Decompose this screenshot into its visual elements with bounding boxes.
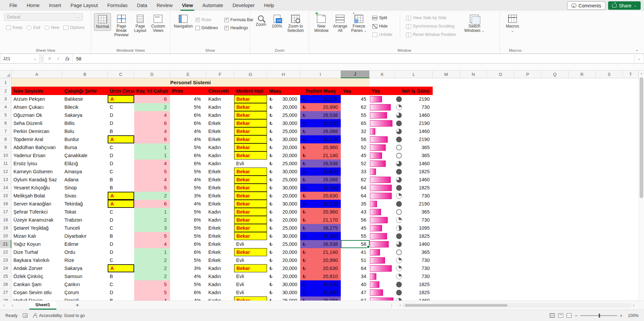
header-cell-E2[interactable]: Prim (170, 87, 206, 95)
cell-K19[interactable] (370, 224, 395, 232)
cell-K10[interactable] (370, 151, 395, 159)
ribbon-tab-file[interactable]: File (5, 0, 22, 11)
horizontal-scrollbar-thumb[interactable] (405, 304, 507, 307)
ribbon-tab-formulas[interactable]: Formulas (103, 0, 132, 11)
cell-F3[interactable]: Kadın (206, 95, 234, 103)
cell-K28[interactable] (370, 296, 395, 301)
keep-button[interactable]: Keep (4, 24, 24, 31)
synchronous-scrolling-button[interactable]: Synchronous Scrolling (404, 23, 458, 30)
zoom-in-button[interactable]: + (620, 313, 623, 318)
cell-E10[interactable]: 6% (170, 151, 206, 159)
cell-B11[interactable]: Elâzığ (62, 159, 108, 168)
column-header-S[interactable]: S (596, 71, 623, 78)
cell-G28[interactable]: Bekar (234, 296, 267, 301)
cell-E13[interactable]: 4% (170, 176, 206, 184)
row-header-26[interactable]: 26 (0, 280, 11, 288)
cell-B3[interactable]: Balıkesir (62, 95, 108, 103)
page-break-preview-button[interactable]: Page Break Preview (111, 13, 131, 39)
cell-B18[interactable]: Trabzon (62, 216, 108, 224)
cell-C23[interactable]: C (108, 256, 134, 264)
cell-L9[interactable]: 365 (395, 143, 433, 151)
collapse-ribbon-chevron[interactable]: ⌄ (635, 47, 639, 52)
cell-G5[interactable]: Bekar (234, 111, 267, 119)
header-cell-J2[interactable]: Yaş (341, 87, 370, 95)
cell-I28[interactable]: ₺26,088 (300, 296, 341, 301)
cell-I11[interactable]: ₺26,538 (300, 159, 341, 168)
cell-D25[interactable]: 2 (134, 272, 170, 280)
cell-A8[interactable]: Topdemir Aral (11, 135, 62, 143)
cell-C7[interactable]: B (108, 127, 134, 135)
cell-G3[interactable]: Bekar (234, 95, 267, 103)
cell-E21[interactable]: 6% (170, 240, 206, 248)
cell-A26[interactable]: Cankan Şam (11, 280, 62, 288)
hide-button[interactable]: Hide (370, 23, 394, 30)
title-cell[interactable]: Personel Sistemi (11, 78, 370, 87)
cell-J20[interactable]: 55 (341, 232, 370, 240)
cell-A3[interactable]: Arzum Pekşen (11, 95, 62, 103)
column-header-T[interactable]: T (623, 71, 639, 78)
cell-C3[interactable]: A (108, 95, 134, 103)
cell-G26[interactable]: Evli (234, 280, 267, 288)
cell-L25[interactable]: 730 (395, 272, 433, 280)
cell-A19[interactable]: Şetaret Yeşildağ (11, 224, 62, 232)
cell-J3[interactable]: 45 (341, 95, 370, 103)
row-header-28[interactable]: 28 (0, 296, 11, 301)
row-header-12[interactable]: 12 (0, 168, 11, 176)
cell-D15[interactable]: 2 (134, 192, 170, 200)
cell-B5[interactable]: Sakarya (62, 111, 108, 119)
cell-D4[interactable]: 2 (134, 103, 170, 111)
column-header-I[interactable]: I (300, 71, 341, 78)
cell-E9[interactable]: 5% (170, 143, 206, 151)
cell-A27[interactable]: Coşan Sevim otlu (11, 288, 62, 296)
ribbon-tab-review[interactable]: Review (152, 0, 177, 11)
cell-J16[interactable]: 35 (341, 200, 370, 208)
cell-J22[interactable]: 41 (341, 248, 370, 256)
cell-E6[interactable]: 6% (170, 119, 206, 127)
cell-C22[interactable]: D (108, 248, 134, 256)
cell-H5[interactable]: ₺25,000 (267, 111, 300, 119)
row-header-15[interactable]: 15 (0, 192, 11, 200)
column-header-D[interactable]: D (134, 71, 170, 78)
cell-K22[interactable] (370, 248, 395, 256)
cell-G21[interactable]: Evli (234, 240, 267, 248)
cell-K14[interactable] (370, 184, 395, 192)
cell-E12[interactable]: 5% (170, 168, 206, 176)
cell-E25[interactable]: 4% (170, 272, 206, 280)
cell-I24[interactable]: ₺20,630 (300, 264, 341, 272)
cell-D6[interactable]: 6 (134, 119, 170, 127)
cell-D27[interactable]: 5 (134, 288, 170, 296)
cell-L20[interactable]: 1825 (395, 232, 433, 240)
cell-A13[interactable]: Oylum Karadağ Saz (11, 176, 62, 184)
cell-I22[interactable]: ₺21,140 (300, 248, 341, 256)
cell-D19[interactable]: 3 (134, 224, 170, 232)
row-header-4[interactable]: 4 (0, 103, 11, 111)
cell-H7[interactable]: ₺25,000 (267, 127, 300, 135)
normal-view-button[interactable]: Normal (94, 13, 111, 31)
row-header-1[interactable]: 1 (0, 78, 11, 87)
zoom-slider-thumb[interactable] (599, 314, 600, 318)
cell-B6[interactable]: Bitlis (62, 119, 108, 127)
cell-E28[interactable]: 4% (170, 296, 206, 301)
cell-B13[interactable]: Adana (62, 176, 108, 184)
cell-C10[interactable]: D (108, 151, 134, 159)
cell-J9[interactable]: 52 (341, 143, 370, 151)
cell-C16[interactable]: A (108, 200, 134, 208)
share-chevron-icon[interactable]: ⌄ (634, 4, 637, 7)
cell-E3[interactable]: 4% (170, 95, 206, 103)
row-header-23[interactable]: 23 (0, 256, 11, 264)
cell-E16[interactable]: 4% (170, 200, 206, 208)
sheet-tab-sheet1[interactable]: Sheet1 (29, 301, 56, 310)
cell-B15[interactable]: Sivas (62, 192, 108, 200)
column-header-G[interactable]: G (234, 71, 267, 78)
cell-F26[interactable]: Kadın (206, 280, 234, 288)
cell-D22[interactable]: 1 (134, 248, 170, 256)
cell-G13[interactable]: Bekar (234, 176, 267, 184)
cell-D17[interactable]: 1 (134, 208, 170, 216)
cell-G12[interactable]: Bekar (234, 168, 267, 176)
cell-I19[interactable]: ₺26,275 (300, 224, 341, 232)
cell-F10[interactable]: Kadın (206, 151, 234, 159)
gridlines-checkbox[interactable]: Gridlines (194, 25, 222, 31)
exit-button[interactable]: Exit (24, 24, 42, 31)
cell-J12[interactable]: 33 (341, 168, 370, 176)
row-header-6[interactable]: 6 (0, 119, 11, 127)
